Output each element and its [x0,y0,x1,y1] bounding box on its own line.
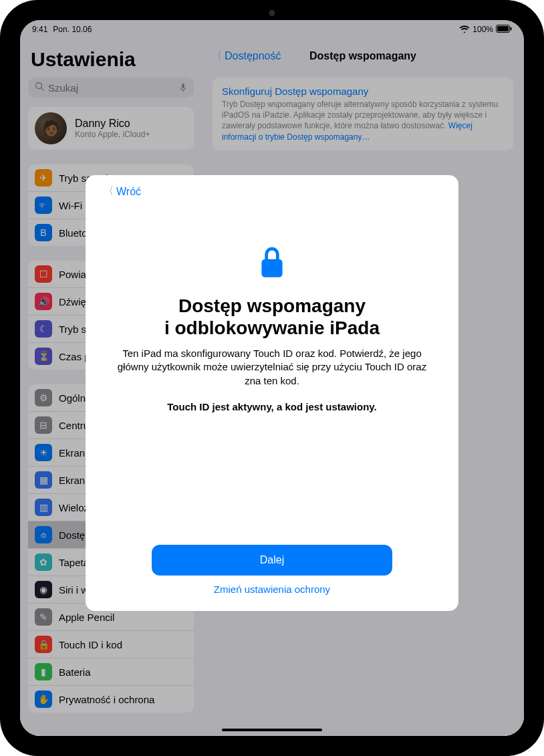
modal-title-line2: i odblokowywanie iPada [164,318,380,338]
modal-description: Ten iPad ma skonfigurowany Touch ID oraz… [104,347,440,388]
modal-back-label: Wróć [116,186,141,198]
modal-title: Dostęp wspomagany i odblokowywanie iPada [164,295,380,339]
modal-back-button[interactable]: 〈 Wróć [104,184,141,199]
modal-title-line1: Dostęp wspomagany [178,295,366,316]
home-indicator[interactable] [222,729,322,731]
next-button[interactable]: Dalej [152,545,392,576]
chevron-left-icon: 〈 [106,184,113,199]
modal-status-text: Touch ID jest aktywny, a kod jest ustawi… [167,401,376,412]
ipad-frame: 9:41 Pon. 10.06 100% Ustawienia [0,0,544,756]
svg-rect-7 [261,259,282,277]
change-security-settings-link[interactable]: Zmień ustawienia ochrony [214,584,330,595]
lock-icon [257,245,287,283]
assistive-access-modal: 〈 Wróć Dostęp wspomagany i odblokowywani… [86,175,458,611]
screen: 9:41 Pon. 10.06 100% Ustawienia [20,20,524,736]
camera-dot [269,10,275,16]
